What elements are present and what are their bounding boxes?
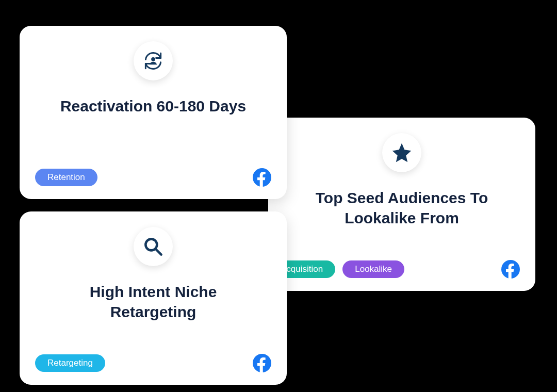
tag-retargeting[interactable]: Retargeting [35,354,105,372]
tag-list: Acquisition Lookalike [268,260,404,278]
audience-card-retargeting[interactable]: High Intent Niche Retargeting Retargetin… [20,211,287,385]
facebook-icon [253,354,271,372]
svg-line-4 [156,250,161,255]
svg-point-1 [151,57,155,61]
card-title: Top Seed Audiences To Lookalike From [293,188,510,228]
card-title: Reactivation 60-180 Days [60,96,246,116]
tag-list: Retargeting [35,354,105,372]
reactivation-cycle-icon [134,41,173,80]
search-icon [134,227,173,266]
star-icon [382,133,421,172]
tag-retention[interactable]: Retention [35,169,97,186]
audience-card-reactivation[interactable]: Reactivation 60-180 Days Retention [20,26,287,199]
audience-card-lookalike[interactable]: Top Seed Audiences To Lookalike From Acq… [268,118,535,291]
facebook-icon [501,260,520,279]
tag-lookalike[interactable]: Lookalike [342,260,404,278]
tag-list: Retention [35,169,97,186]
card-title: High Intent Niche Retargeting [45,282,261,322]
facebook-icon [253,168,271,187]
